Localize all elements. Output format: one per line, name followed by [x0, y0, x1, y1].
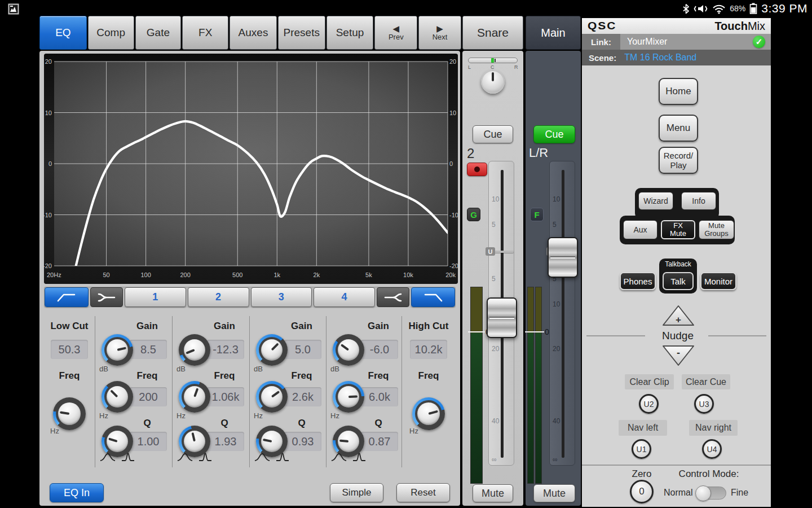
eq-band-1-button[interactable]: 1 [125, 287, 186, 307]
low-cut-filter-icon [56, 292, 77, 303]
tab-presets[interactable]: Presets [278, 16, 325, 50]
simple-button[interactable]: Simple [330, 483, 383, 502]
tab-label: Auxes [239, 27, 268, 39]
band-3-q-value[interactable]: 0.93 [284, 432, 321, 451]
svg-text:5k: 5k [365, 271, 372, 278]
band-2-gain-knob[interactable] [179, 334, 210, 366]
nudge-up-button[interactable]: + [661, 304, 696, 327]
tab-label: Comp [96, 27, 125, 39]
svg-text:500: 500 [232, 271, 242, 278]
user-button-u4[interactable]: U4 [702, 439, 722, 459]
eq-high-cut-filter-button[interactable] [411, 287, 455, 307]
talk-button[interactable]: Talk [663, 272, 694, 290]
low-cut-frequency-value[interactable]: 50.3 [51, 340, 88, 359]
eq-parameter-area: Low Cut50.3FreqHzGain8.5dBFreq200HzQ1.00… [39, 316, 460, 477]
reset-button[interactable]: Reset [396, 483, 450, 502]
band-4-q-value[interactable]: 0.87 [361, 432, 398, 451]
fader-track[interactable]: 105U5102040∞ [549, 161, 575, 466]
user-button-u3[interactable]: U3 [694, 394, 714, 414]
link-mixer-name[interactable]: YourMixer [627, 37, 667, 47]
nudge-down-button[interactable]: - [661, 344, 696, 367]
tab-fx[interactable]: FX [182, 16, 228, 50]
tab-prev[interactable]: ◀Prev [374, 16, 417, 50]
pan-slider[interactable] [468, 58, 518, 63]
eq-band-4-button[interactable]: 4 [314, 287, 375, 307]
eq-in-button[interactable]: EQ In [50, 483, 104, 502]
tab-auxes[interactable]: Auxes [230, 16, 277, 50]
pan-position-indicator [491, 58, 494, 63]
fader-cap[interactable] [548, 237, 578, 278]
channel-mute-button[interactable]: Mute [473, 484, 513, 502]
record-arm-button[interactable] [467, 163, 487, 176]
fx-mute-button[interactable]: FX Mute [661, 220, 695, 239]
band-3-gain-value[interactable]: 5.0 [284, 340, 321, 359]
main-mute-button[interactable]: Mute [533, 484, 575, 502]
band-3-gain-knob[interactable] [256, 334, 288, 366]
band-4-gain-value[interactable]: -6.0 [361, 340, 398, 359]
band-1-gain-knob[interactable] [102, 334, 133, 366]
band-2-q-value[interactable]: 1.93 [207, 432, 244, 451]
band-4-freq-value[interactable]: 6.0k [361, 387, 398, 406]
tab-next[interactable]: ▶Next [418, 16, 461, 50]
aux-label: Aux [633, 226, 647, 234]
monitor-button[interactable]: Monitor [700, 272, 736, 290]
knob-pointer [108, 437, 118, 443]
phones-button[interactable]: Phones [620, 272, 656, 290]
info-button[interactable]: Info [681, 192, 716, 210]
tab-setup[interactable]: Setup [326, 16, 374, 50]
high-cut-frequency-value[interactable]: 10.2k [410, 340, 447, 359]
low-cut-freq-knob[interactable] [53, 397, 86, 430]
band-2-freq-value[interactable]: 1.06k [207, 387, 244, 406]
channel-cue-button[interactable]: Cue [473, 125, 513, 143]
band-3-freq-value[interactable]: 2.6k [284, 387, 321, 406]
menu-button[interactable]: Menu [659, 115, 698, 142]
toggle-knob[interactable] [695, 485, 711, 501]
tab-eq[interactable]: EQ [39, 16, 87, 50]
tab-gate[interactable]: Gate [135, 16, 182, 50]
scene-name[interactable]: TM 16 Rock Band [624, 52, 696, 63]
fader-scale--40: 40 [553, 417, 560, 425]
fader-scale-5: 5 [553, 221, 557, 229]
pan-knob[interactable] [481, 70, 505, 94]
fader-scale--40: 40 [492, 417, 499, 425]
tab-main[interactable]: Main [526, 16, 581, 50]
eq-frequency-response-graph[interactable]: 2020101000-10-10-20-2020Hz501002005001k2… [44, 54, 458, 284]
fader-scale-10: 10 [492, 195, 499, 203]
mute-groups-button[interactable]: Mute Groups [699, 220, 734, 239]
zero-button[interactable]: 0 [630, 480, 654, 503]
band-2-freq-knob[interactable] [179, 381, 210, 413]
band-number-label: 1 [152, 291, 158, 303]
fader-track[interactable]: 105U5102040∞ [488, 161, 514, 466]
touchmix-app: 68% 3:39 PM EQCompGateFXAuxesPresetsSetu… [0, 0, 812, 508]
wizard-button[interactable]: Wizard [638, 192, 673, 210]
fader-cap-groove [489, 318, 514, 319]
tab-comp[interactable]: Comp [88, 16, 134, 50]
band-2-gain-value[interactable]: -12.3 [207, 340, 244, 359]
eq-low-shelf-filter-button[interactable] [90, 287, 123, 307]
band-3-freq-knob[interactable] [256, 381, 288, 413]
aux-button[interactable]: Aux [623, 220, 657, 239]
eq-band-2-button[interactable]: 2 [188, 287, 249, 307]
band-4-gain-label: Gain [359, 321, 398, 332]
band-1-gain-value[interactable]: 8.5 [130, 340, 167, 359]
svg-text:10k: 10k [403, 271, 413, 278]
control-mode-toggle[interactable] [696, 487, 726, 500]
main-cue-button[interactable]: Cue [533, 125, 575, 143]
band-1-freq-value[interactable]: 200 [130, 387, 167, 406]
home-button[interactable]: Home [659, 78, 698, 105]
user-button-u1[interactable]: U1 [632, 439, 651, 459]
high-cut-freq-knob[interactable] [412, 397, 445, 430]
fader-cap[interactable] [487, 297, 517, 338]
eq-high-shelf-filter-button[interactable] [377, 287, 409, 307]
svg-text:0: 0 [48, 160, 52, 167]
band-4-gain-knob[interactable] [333, 334, 364, 366]
band-4-freq-knob[interactable] [333, 381, 364, 413]
eq-low-cut-filter-button[interactable] [45, 287, 89, 307]
band-1-q-value[interactable]: 1.00 [130, 432, 167, 451]
record-play-button[interactable]: Record/ Play [659, 147, 698, 174]
eq-band-3-button[interactable]: 3 [251, 287, 312, 307]
band-1-freq-knob[interactable] [102, 381, 133, 413]
user-button-u2[interactable]: U2 [639, 394, 659, 414]
tab-channel-snare[interactable]: Snare [462, 16, 523, 50]
tab-label: Prev [389, 33, 404, 41]
